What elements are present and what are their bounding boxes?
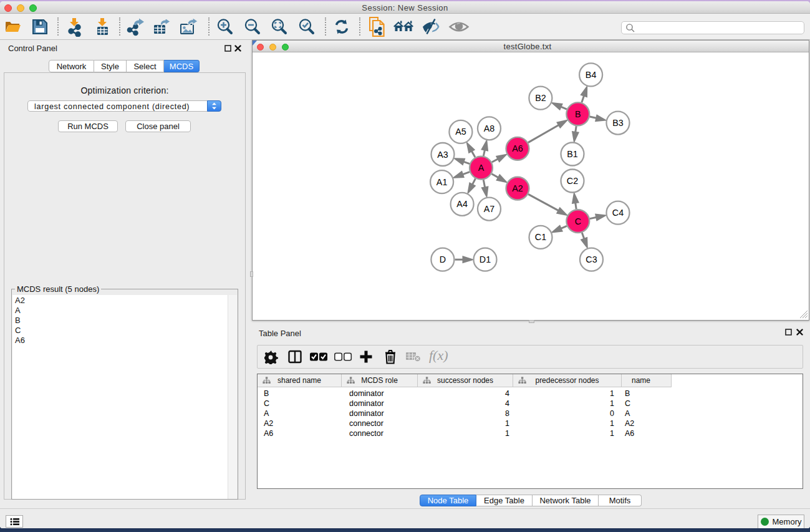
svg-text:A1: A1	[436, 177, 448, 187]
svg-text:C4: C4	[612, 208, 624, 218]
svg-text:C3: C3	[586, 254, 597, 264]
svg-text:A8: A8	[484, 123, 495, 133]
svg-text:A6: A6	[512, 143, 523, 153]
svg-text:D: D	[440, 254, 446, 264]
svg-text:C1: C1	[535, 232, 546, 242]
svg-text:C2: C2	[567, 176, 578, 186]
svg-text:B1: B1	[567, 149, 578, 159]
svg-text:A2: A2	[512, 183, 523, 193]
svg-text:A3: A3	[437, 150, 448, 160]
svg-text:A5: A5	[455, 127, 466, 137]
svg-text:B: B	[575, 109, 581, 119]
svg-text:A4: A4	[456, 199, 468, 209]
svg-text:B4: B4	[586, 70, 597, 80]
svg-text:B3: B3	[612, 118, 624, 128]
svg-text:A: A	[478, 163, 485, 173]
svg-text:C: C	[575, 216, 581, 226]
svg-text:B2: B2	[535, 93, 546, 103]
svg-text:D1: D1	[480, 254, 491, 264]
svg-text:A7: A7	[484, 204, 495, 214]
